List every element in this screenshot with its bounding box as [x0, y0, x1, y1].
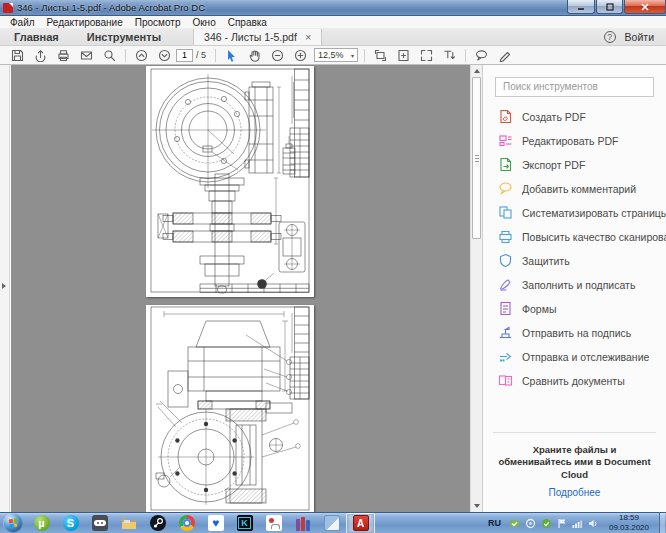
scroll-down-icon[interactable] [474, 504, 480, 508]
notepad-icon [324, 515, 340, 531]
white-app-icon [266, 515, 282, 531]
taskbar-k-app[interactable]: K [230, 513, 259, 533]
scroll-up-icon[interactable] [474, 69, 480, 73]
document-cloud-promo: Храните файлы и обменивайтесь ими в Docu… [483, 432, 666, 512]
taskbar-heart-app[interactable]: ♥ [201, 513, 230, 533]
windows-taskbar: µ S ♥ K [0, 512, 666, 533]
menu-view[interactable]: Просмотр [129, 17, 187, 28]
taskbar-chrome[interactable] [172, 513, 201, 533]
zoom-in-icon[interactable] [289, 47, 312, 64]
action-center-flag-icon[interactable] [557, 518, 567, 529]
menu-edit[interactable]: Редактирование [41, 17, 129, 28]
tool-fill-sign[interactable]: Заполнить и подписать [483, 273, 666, 297]
pdf-page-2[interactable] [146, 305, 314, 512]
fill-sign-pencil-icon[interactable] [493, 47, 516, 64]
safely-remove-icon[interactable] [541, 518, 552, 529]
document-view[interactable] [11, 65, 470, 512]
print-icon[interactable] [52, 47, 75, 64]
tools-search-input[interactable] [495, 77, 654, 97]
tab-document[interactable]: 346 - Листы 1-5.pdf × [193, 29, 322, 45]
share-icon[interactable] [29, 47, 52, 64]
fit-width-icon[interactable] [369, 47, 392, 64]
taskbar-skype[interactable]: S [56, 513, 85, 533]
minimize-button[interactable] [567, 0, 595, 14]
full-screen-icon[interactable] [415, 47, 438, 64]
tab-home[interactable]: Главная [0, 29, 73, 45]
scrollbar-thumb[interactable] [472, 77, 481, 239]
network-icon[interactable] [572, 518, 583, 529]
tool-add-comment[interactable]: Добавить комментарий [483, 177, 666, 201]
tool-label: Отправить на подпись [522, 327, 631, 339]
select-tool-icon[interactable] [220, 47, 243, 64]
tool-edit-pdf[interactable]: Редактировать PDF [483, 129, 666, 153]
help-icon[interactable]: ? [604, 31, 616, 43]
taskbar-clock[interactable]: 18:59 09.03.2020 [604, 513, 654, 533]
zoom-out-icon[interactable] [266, 47, 289, 64]
fit-page-icon[interactable] [392, 47, 415, 64]
taskbar-winrar[interactable] [288, 513, 317, 533]
search-icon[interactable] [98, 47, 121, 64]
tab-tools[interactable]: Инструменты [73, 29, 175, 45]
taskbar-utorrent[interactable]: µ [27, 513, 56, 533]
tool-create-pdf[interactable]: Создать PDF [483, 105, 666, 129]
menu-file[interactable]: Файл [4, 17, 41, 28]
workspace: Создать PDF Редактировать PDF Экспорт PD… [0, 65, 666, 512]
previous-page-icon[interactable] [130, 47, 153, 64]
tray-green-icon[interactable] [509, 518, 520, 529]
forms-icon [498, 301, 513, 316]
comment-icon[interactable] [470, 47, 493, 64]
email-icon[interactable] [75, 47, 98, 64]
clock-date: 09.03.2020 [604, 523, 654, 533]
vertical-scrollbar[interactable] [470, 65, 482, 512]
send-signature-icon [498, 325, 513, 340]
tray-circle-icon[interactable] [525, 518, 536, 529]
tool-export-pdf[interactable]: Экспорт PDF [483, 153, 666, 177]
maximize-button[interactable] [596, 0, 623, 14]
tool-send-track[interactable]: Отправка и отслеживание [483, 345, 666, 369]
tool-send-for-signature[interactable]: Отправить на подпись [483, 321, 666, 345]
save-icon[interactable] [6, 47, 29, 64]
menu-help[interactable]: Справка [222, 17, 273, 28]
taskbar-explorer[interactable] [114, 513, 143, 533]
document-cloud-text: Храните файлы и обменивайтесь ими в Docu… [497, 444, 652, 482]
volume-icon[interactable] [588, 518, 599, 529]
acrobat-window: 346 - Листы 1-5.pdf - Adobe Acrobat Pro … [0, 0, 666, 533]
learn-more-link[interactable]: Подробнее [483, 487, 666, 498]
zoom-level-dropdown[interactable]: 12,5% ▾ [314, 48, 358, 62]
scrolling-mode-icon[interactable] [438, 47, 461, 64]
start-button[interactable] [3, 513, 23, 533]
menu-window[interactable]: Окно [186, 17, 221, 28]
heart-app-icon: ♥ [208, 515, 224, 531]
close-button[interactable] [624, 0, 666, 14]
language-indicator[interactable]: RU [485, 517, 504, 529]
hand-tool-icon[interactable] [243, 47, 266, 64]
tool-enhance-scans[interactable]: Повысить качество сканирования [483, 225, 666, 249]
sign-in-button[interactable]: Войти [625, 31, 654, 43]
taskbar-notepad[interactable] [317, 513, 346, 533]
tool-forms[interactable]: Формы [483, 297, 666, 321]
tool-label: Повысить качество сканирования [522, 231, 666, 243]
expand-nav-pane-icon[interactable] [2, 283, 6, 289]
enhance-scans-icon [498, 229, 513, 244]
next-page-icon[interactable] [153, 47, 176, 64]
tool-protect[interactable]: Защитить [483, 249, 666, 273]
pdf-page-1[interactable] [146, 66, 314, 297]
taskbar-white-app[interactable] [259, 513, 288, 533]
taskbar-steam[interactable] [143, 513, 172, 533]
taskbar-acrobat[interactable]: A [346, 513, 375, 533]
page-total-label: / 5 [196, 50, 206, 60]
page-number-input[interactable] [176, 49, 193, 62]
system-tray: RU 18:59 09.03.2020 [485, 513, 666, 533]
taskbar-discord[interactable] [85, 513, 114, 533]
show-desktop-button[interactable] [659, 513, 665, 533]
tool-organize-pages[interactable]: Систематизировать страницы [483, 201, 666, 225]
tab-close-icon[interactable]: × [305, 31, 311, 43]
drawing-page-1 [151, 69, 309, 293]
tool-label: Добавить комментарий [522, 183, 636, 195]
tool-label: Экспорт PDF [522, 159, 585, 171]
tool-label: Отправка и отслеживание [522, 351, 649, 363]
tool-label: Создать PDF [522, 111, 586, 123]
export-pdf-icon [498, 157, 513, 172]
tool-compare-documents[interactable]: Сравнить документы [483, 369, 666, 393]
tool-label: Защитить [522, 255, 570, 267]
